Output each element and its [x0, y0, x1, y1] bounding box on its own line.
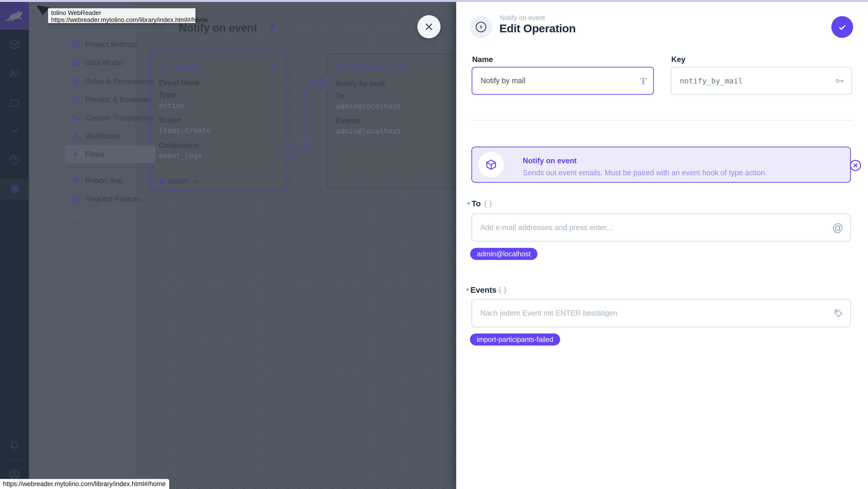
to-edited-dot [467, 202, 470, 205]
directus-logo[interactable] [0, 2, 29, 30]
edit-operation-drawer: Notify on event Edit Operation Name Key … [456, 0, 868, 489]
operation-card-header: Notify on event [334, 62, 407, 72]
field-label: Scope [159, 116, 181, 124]
drawer-context-label: Notify on event [500, 14, 545, 22]
field-label: Events [336, 117, 361, 125]
module-files[interactable] [0, 97, 29, 108]
events-input[interactable]: Nach jedem Event mit ENTER bestätigen [471, 299, 851, 328]
to-input[interactable]: Add e-mail addresses and press enter... … [471, 213, 851, 242]
sidebar-item-label: Roles & Permissions [85, 77, 154, 86]
nav-divider [68, 167, 154, 167]
tag-icon [833, 308, 843, 318]
module-settings[interactable] [0, 183, 29, 194]
name-input[interactable]: Notify by mail T [472, 67, 654, 95]
status-label[interactable]: Active [168, 177, 189, 185]
field-label: To [336, 92, 345, 100]
status-dot [159, 178, 164, 184]
field-label: Type [159, 91, 176, 99]
trigger-card-header: Trigger [160, 62, 201, 73]
flash-circle-icon [160, 62, 170, 73]
field-label: Collections [159, 141, 199, 150]
save-button[interactable] [831, 16, 853, 38]
event-chip[interactable]: import-participants-failed [470, 334, 560, 345]
sidebar-item-data-model[interactable]: Data Model [29, 54, 135, 72]
drawer-title: Edit Operation [499, 22, 576, 35]
operation-type-notice[interactable]: Notify on event Sends out event emails. … [471, 147, 851, 183]
module-docs[interactable] [0, 154, 29, 165]
version-label: Directus 10.6.1 [85, 213, 135, 221]
drawer-divider [472, 120, 852, 121]
operation-card[interactable]: Notify on event Notify by mail To admin@… [326, 54, 472, 188]
bolt-icon [71, 150, 80, 159]
raw-value-icon[interactable]: {} [483, 200, 494, 208]
operation-input-connector[interactable] [320, 77, 332, 89]
title-formatter-icon[interactable]: T [640, 75, 646, 87]
notice-title: Notify on event [523, 156, 577, 165]
link-tooltip: tolino WebReader https://webreader.mytol… [48, 8, 195, 23]
flash-circle-icon [475, 21, 487, 33]
settings-nav: Project Settings Data Model Roles & Perm… [29, 0, 135, 489]
events-input-placeholder: Nach jedem Event mit ENTER bestätigen [480, 309, 618, 317]
sidebar-item-label: Webhooks [85, 132, 120, 141]
tooltip-title: tolino WebReader [51, 9, 192, 17]
bug-icon [71, 176, 80, 185]
sidebar-item-roles-permissions[interactable]: Roles & Permissions [29, 72, 135, 91]
sidebar-item-label: Presets & Bookmar... [85, 95, 155, 104]
browser-status-bar: https://webreader.mytolino.com/library/i… [0, 479, 169, 489]
sidebar-item-project-settings[interactable]: Project Settings [29, 35, 135, 54]
notice-icon-circle [478, 152, 504, 178]
email-chip[interactable]: admin@localhost [470, 248, 537, 260]
notice-description: Sends out event emails. Must be paired w… [523, 169, 767, 177]
to-input-placeholder: Add e-mail addresses and press enter... [480, 223, 613, 232]
sidebar-item-label: Flows [85, 150, 105, 159]
insights-icon [9, 125, 20, 136]
key-input[interactable]: notify_by_mail [671, 67, 852, 95]
edit-trigger-button[interactable] [270, 62, 280, 72]
module-users[interactable] [0, 68, 29, 79]
sidebar-item-label: Project Settings [85, 40, 137, 49]
flow-canvas: Notify on event Trigger Event Hook Type … [135, 0, 458, 489]
sidebar-item-report-bug[interactable]: Report Bug [29, 172, 135, 190]
sidebar-item-request-feature[interactable]: Request Feature [29, 190, 135, 208]
trigger-card[interactable]: Trigger Event Hook Type action Scope ite… [150, 52, 287, 190]
events-field-label: Events [470, 285, 496, 295]
name-input-value: Notify by mail [480, 77, 525, 85]
sidebar-item-label: Request Feature [85, 194, 141, 203]
deselect-operation-button[interactable] [849, 159, 862, 172]
module-insights[interactable] [0, 125, 29, 136]
verified-badge-icon [71, 194, 80, 204]
browser-top-strip [0, 0, 868, 2]
gear-icon [9, 183, 20, 194]
chevron-down-icon[interactable] [193, 178, 200, 185]
sidebar-item-webhooks[interactable]: Webhooks [29, 127, 135, 145]
help-icon [9, 154, 20, 165]
sidebar-item-presets-bookmarks[interactable]: Presets & Bookmar... [29, 90, 135, 109]
key-field-label: Key [671, 55, 685, 64]
card-footer-divider [157, 172, 281, 173]
translate-icon [71, 114, 80, 123]
rabbit-logo-icon [4, 10, 25, 22]
globe-icon [71, 40, 80, 49]
sidebar-item-label: Custom Translations [85, 114, 153, 122]
field-value: items.create [159, 126, 211, 134]
trigger-resolve-connector[interactable] [281, 146, 294, 159]
check-icon [837, 22, 847, 32]
close-drawer-button[interactable] [417, 15, 440, 38]
module-account[interactable] [0, 468, 29, 480]
package-icon [485, 159, 497, 171]
sidebar-item-custom-translations[interactable]: Custom Translations [29, 109, 135, 127]
cancel-circle-icon [849, 159, 862, 172]
sidebar-item-label: Data Model [85, 58, 123, 67]
module-collections[interactable] [0, 39, 29, 50]
bell-icon [9, 440, 20, 451]
field-value: action [159, 101, 185, 110]
name-field-label: Name [472, 55, 493, 64]
trigger-subtitle: Event Hook [159, 79, 200, 87]
raw-value-icon[interactable]: {} [498, 286, 508, 294]
sidebar-item-flows[interactable]: Flows [29, 145, 135, 163]
field-value: admin@localhost [336, 102, 401, 111]
field-value: admin@localhost [336, 127, 401, 135]
shield-user-icon [71, 77, 80, 86]
module-notifications[interactable] [0, 440, 29, 451]
users-icon [9, 68, 20, 79]
